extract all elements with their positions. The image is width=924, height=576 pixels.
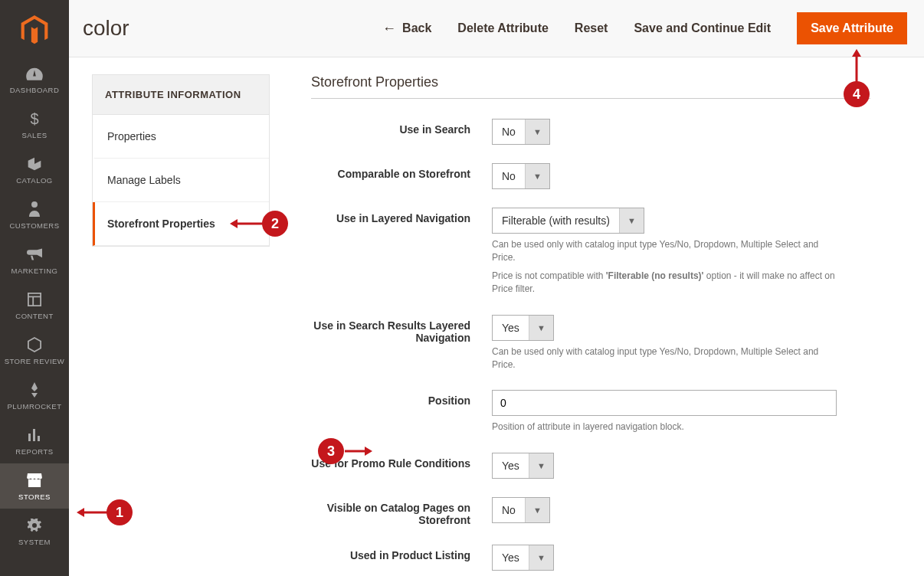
row-search-results-layered: Use in Search Results Layered Navigation…: [311, 315, 870, 372]
hexagon-icon: [3, 335, 66, 354]
storefront-icon: [3, 471, 66, 489]
select-value: Yes: [493, 453, 529, 478]
nav-sales[interactable]: $SALES: [0, 102, 69, 147]
nav-marketing[interactable]: MARKETING: [0, 237, 69, 283]
select-value: Filterable (with results): [493, 208, 619, 233]
save-attribute-button[interactable]: Save Attribute: [797, 12, 907, 44]
nav-label: CONTENT: [15, 312, 53, 320]
svg-marker-1: [77, 508, 84, 517]
caret-down-icon: ▼: [619, 208, 644, 233]
nav-system[interactable]: SYSTEM: [0, 509, 69, 554]
callout-2: 2: [262, 211, 288, 237]
caret-down-icon: ▼: [529, 453, 553, 478]
label-comparable: Comparable on Storefront: [311, 163, 492, 180]
help-position: Position of attribute in layered navigat…: [492, 421, 844, 434]
panel-header: ATTRIBUTE INFORMATION: [93, 75, 269, 115]
nav-label: STORE REVIEW: [5, 357, 65, 365]
input-position[interactable]: [492, 390, 837, 416]
nav-reports[interactable]: REPORTS: [0, 418, 69, 463]
panel-tab-manage-labels[interactable]: Manage Labels: [93, 159, 269, 202]
action-bar: ←Back Delete Attribute Reset Save and Co…: [382, 12, 907, 44]
arrow-icon: [230, 217, 264, 231]
select-use-in-search[interactable]: No▼: [492, 119, 550, 145]
nav-customers[interactable]: CUSTOMERS: [0, 192, 69, 237]
select-layered-nav[interactable]: Filterable (with results)▼: [492, 208, 644, 234]
nav-label: STORES: [18, 493, 51, 501]
nav-label: MARKETING: [11, 267, 58, 275]
back-button[interactable]: ←Back: [382, 21, 431, 37]
nav-label: CATALOG: [16, 176, 53, 185]
save-continue-button[interactable]: Save and Continue Edit: [634, 21, 771, 35]
dollar-icon: $: [3, 110, 66, 128]
megaphone-icon: [3, 245, 66, 263]
help-layered-nav-2: Price is not compatible with 'Filterable…: [492, 270, 844, 296]
arrow-icon: [850, 49, 863, 83]
select-value: Yes: [493, 545, 529, 570]
label-use-in-search: Use in Search: [311, 119, 492, 136]
select-product-listing[interactable]: Yes▼: [492, 545, 554, 571]
nav-content[interactable]: CONTENT: [0, 283, 69, 328]
nav-stores[interactable]: STORES: [0, 463, 69, 509]
select-value: Yes: [493, 316, 529, 340]
form-panel: Storefront Properties Use in Search No▼ …: [311, 74, 909, 576]
caret-down-icon: ▼: [525, 498, 549, 522]
callout-1: 1: [106, 499, 133, 525]
gear-icon: [3, 516, 66, 535]
nav-label: SALES: [21, 131, 47, 139]
row-promo-rule: Use for Promo Rule Conditions Yes▼: [311, 453, 870, 479]
help-layered-nav-1: Can be used only with catalog input type…: [492, 238, 844, 265]
callout-4: 4: [844, 81, 870, 107]
row-product-listing: Used in Product Listing Yes▼ Depends on …: [311, 545, 870, 576]
label-visible-catalog: Visible on Catalog Pages on Storefront: [311, 497, 492, 526]
topbar: color ←Back Delete Attribute Reset Save …: [69, 0, 924, 57]
row-comparable: Comparable on Storefront No▼: [311, 163, 870, 189]
row-position: Position Position of attribute in layere…: [311, 390, 870, 434]
caret-down-icon: ▼: [525, 119, 549, 144]
label-layered-nav: Use in Layered Navigation: [311, 208, 492, 224]
select-promo-rule[interactable]: Yes▼: [492, 453, 554, 479]
person-icon: [3, 200, 66, 218]
label-search-results-layered: Use in Search Results Layered Navigation: [311, 315, 492, 344]
box-icon: [3, 155, 66, 173]
delete-attribute-button[interactable]: Delete Attribute: [457, 21, 549, 35]
svg-marker-3: [230, 219, 238, 228]
select-value: No: [493, 164, 525, 188]
gauge-icon: [3, 64, 66, 83]
svg-marker-5: [365, 447, 372, 456]
caret-down-icon: ▼: [525, 164, 549, 188]
select-visible-catalog[interactable]: No▼: [492, 497, 550, 523]
select-value: No: [493, 498, 525, 522]
admin-sidebar: DASHBOARD $SALES CATALOG CUSTOMERS MARKE…: [0, 0, 69, 576]
chart-icon: [3, 426, 66, 444]
layout-icon: [3, 290, 66, 309]
label-position: Position: [311, 390, 492, 407]
row-visible-catalog: Visible on Catalog Pages on Storefront N…: [311, 497, 870, 526]
label-product-listing: Used in Product Listing: [311, 545, 492, 561]
nav-label: DASHBOARD: [10, 86, 60, 94]
nav-label: REPORTS: [15, 447, 53, 456]
reset-button[interactable]: Reset: [575, 21, 608, 35]
select-search-results-layered[interactable]: Yes▼: [492, 315, 554, 341]
section-title: Storefront Properties: [311, 74, 870, 90]
back-label: Back: [402, 21, 431, 35]
rocket-icon: [3, 381, 66, 399]
section-divider: [311, 98, 870, 99]
nav-label: PLUMROCKET: [8, 402, 62, 411]
nav-plumrocket[interactable]: PLUMROCKET: [0, 373, 69, 418]
content-area: ATTRIBUTE INFORMATION Properties Manage …: [69, 57, 924, 576]
arrow-icon: [77, 506, 107, 519]
arrow-icon: [345, 444, 372, 458]
nav-dashboard[interactable]: DASHBOARD: [0, 57, 69, 102]
nav-catalog[interactable]: CATALOG: [0, 147, 69, 192]
callout-3: 3: [318, 438, 344, 464]
nav-store-review[interactable]: STORE REVIEW: [0, 328, 69, 373]
row-use-in-search: Use in Search No▼: [311, 119, 870, 145]
row-layered-nav: Use in Layered Navigation Filterable (wi…: [311, 208, 870, 296]
page-title: color: [83, 16, 129, 41]
panel-tab-properties[interactable]: Properties: [93, 115, 269, 159]
select-comparable[interactable]: No▼: [492, 163, 550, 189]
nav-label: SYSTEM: [18, 538, 51, 546]
caret-down-icon: ▼: [529, 545, 553, 570]
svg-marker-7: [852, 49, 861, 57]
help-search-results-layered: Can be used only with catalog input type…: [492, 345, 844, 372]
